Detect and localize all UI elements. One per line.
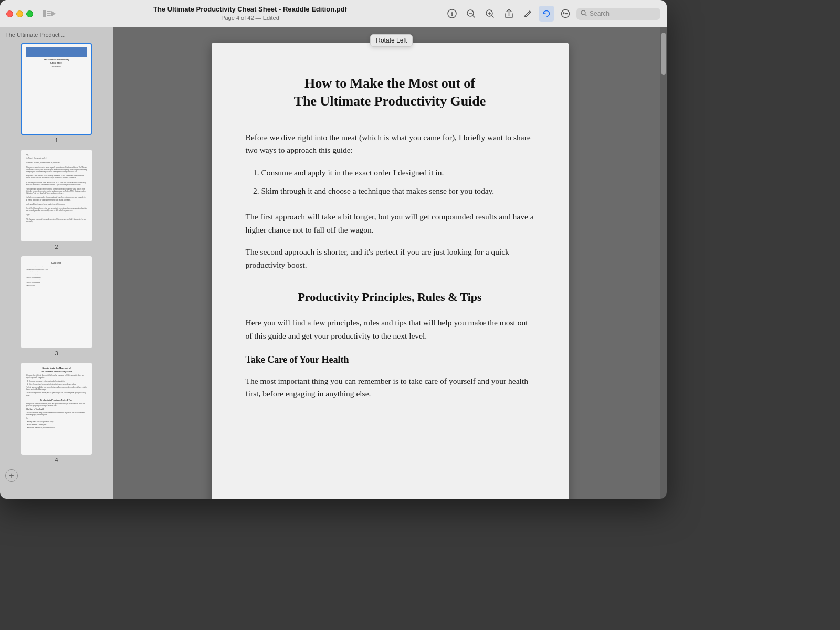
more-button[interactable] xyxy=(558,6,573,22)
svg-point-18 xyxy=(566,13,568,14)
page-3-preview: CONTENTS 1. How to Make the Most out of … xyxy=(21,256,92,348)
second-approach-paragraph: The second approach is shorter, and it's… xyxy=(246,246,534,272)
svg-rect-0 xyxy=(43,10,46,17)
page-content: How to Make the Most out of The Ultimate… xyxy=(212,43,569,499)
health-paragraph: The most important thing you can remembe… xyxy=(246,375,534,401)
svg-line-20 xyxy=(585,14,587,16)
sidebar-toggle-button[interactable] xyxy=(41,6,56,21)
svg-point-17 xyxy=(563,13,564,14)
principles-intro-paragraph: Here you will find a few principles, rul… xyxy=(246,317,534,343)
productivity-principles-heading: Productivity Principles, Rules & Tips xyxy=(246,288,534,306)
zoom-in-button[interactable] xyxy=(482,6,498,22)
traffic-lights xyxy=(6,10,33,17)
minimize-button[interactable] xyxy=(16,10,23,17)
share-button[interactable] xyxy=(501,6,517,22)
svg-rect-1 xyxy=(47,11,51,12)
document-title: The Ultimate Productivity Cheat Sheet - … xyxy=(153,5,347,14)
thumbnail-page-1[interactable]: The Ultimate ProductivityCheat Sheet Rea… xyxy=(0,40,113,146)
search-input[interactable] xyxy=(590,10,653,17)
titlebar-tools: i xyxy=(444,6,660,22)
svg-point-16 xyxy=(565,13,566,14)
annotate-button[interactable] xyxy=(520,6,536,22)
document-scrollbar[interactable] xyxy=(660,27,667,499)
svg-line-12 xyxy=(492,16,494,17)
rotate-button[interactable] xyxy=(539,6,554,22)
svg-point-19 xyxy=(581,10,585,15)
thumbnail-page-4[interactable]: How to Make the Most out ofThe Ultimate … xyxy=(0,360,113,466)
first-approach-paragraph: The first approach will take a bit longe… xyxy=(246,211,534,237)
page-info: Page 4 of 42 — Edited xyxy=(221,14,279,22)
svg-rect-3 xyxy=(47,15,51,16)
sidebar: The Ultimate Producti... The Ultimate Pr… xyxy=(0,27,113,499)
search-box[interactable] xyxy=(576,8,660,20)
search-icon xyxy=(581,10,587,18)
add-page-button[interactable]: + xyxy=(5,469,18,482)
document-viewer: How to Make the Most out of The Ultimate… xyxy=(113,27,667,499)
page-4-preview: How to Make the Most out ofThe Ultimate … xyxy=(21,363,92,455)
fullscreen-button[interactable] xyxy=(26,10,33,17)
info-button[interactable]: i xyxy=(444,6,460,22)
list-item-2: Skim through it and choose a technique t… xyxy=(261,185,534,198)
page-2-label: 2 xyxy=(55,244,58,250)
intro-paragraph: Before we dive right into the meat (whic… xyxy=(246,131,534,158)
titlebar-center: The Ultimate Productivity Cheat Sheet - … xyxy=(60,5,440,22)
approach-list: Consume and apply it in the exact order … xyxy=(261,166,534,198)
titlebar: The Ultimate Productivity Cheat Sheet - … xyxy=(0,0,667,27)
sidebar-add-area: + xyxy=(0,466,113,485)
thumbnail-page-3[interactable]: CONTENTS 1. How to Make the Most out of … xyxy=(0,253,113,360)
rotate-tooltip: Rotate Left xyxy=(370,34,413,47)
scrollbar-thumb[interactable] xyxy=(662,33,666,75)
page-2-preview: Hey, I'm [Name]. You can call me [...] I… xyxy=(21,150,92,242)
zoom-out-button[interactable] xyxy=(463,6,479,22)
page-3-label: 3 xyxy=(55,350,58,356)
thumbnail-page-2[interactable]: Hey, I'm [Name]. You can call me [...] I… xyxy=(0,146,113,253)
svg-line-8 xyxy=(473,16,475,17)
list-item-1: Consume and apply it in the exact order … xyxy=(261,166,534,180)
page-main-heading: How to Make the Most out of The Ultimate… xyxy=(246,75,534,110)
page-1-preview: The Ultimate ProductivityCheat Sheet Rea… xyxy=(21,43,92,135)
main-area: The Ultimate Producti... The Ultimate Pr… xyxy=(0,27,667,499)
page-4-label: 4 xyxy=(55,457,58,463)
close-button[interactable] xyxy=(6,10,13,17)
svg-rect-2 xyxy=(47,13,51,14)
svg-text:i: i xyxy=(451,10,453,17)
sidebar-header: The Ultimate Producti... xyxy=(0,27,113,40)
page-1-label: 1 xyxy=(55,137,58,143)
health-heading: Take Care of Your Health xyxy=(246,352,534,368)
app-window: The Ultimate Productivity Cheat Sheet - … xyxy=(0,0,667,499)
